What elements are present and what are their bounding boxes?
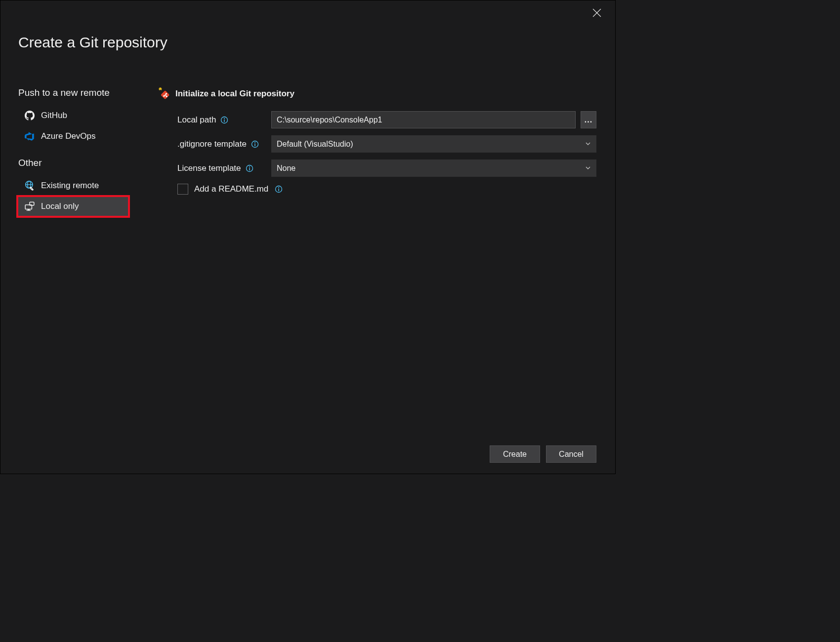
info-icon[interactable] [245, 164, 254, 173]
other-header: Other [18, 158, 137, 168]
sidebar-item-label: Existing remote [41, 181, 99, 191]
svg-rect-30 [279, 189, 279, 191]
chevron-down-icon [585, 164, 591, 173]
svg-point-29 [278, 187, 279, 188]
local-path-row: Local path ... [177, 111, 596, 128]
info-icon[interactable] [220, 116, 229, 124]
create-button[interactable]: Create [490, 445, 540, 463]
local-computer-icon [24, 201, 35, 212]
close-button[interactable] [592, 8, 604, 20]
svg-point-26 [249, 166, 250, 167]
license-value: None [277, 164, 295, 173]
main-header-title: Initialize a local Git repository [175, 89, 294, 99]
browse-button[interactable]: ... [581, 111, 596, 128]
sidebar: Push to a new remote GitHub Azure DevOps… [18, 87, 137, 217]
globe-link-icon [24, 180, 35, 191]
license-dropdown[interactable]: None [271, 160, 596, 177]
git-init-icon [158, 87, 170, 100]
svg-point-20 [224, 118, 225, 119]
local-path-input[interactable] [271, 111, 576, 128]
push-remote-header: Push to a new remote [18, 87, 137, 98]
svg-rect-24 [254, 144, 255, 146]
svg-rect-6 [28, 209, 30, 210]
gitignore-value: Default (VisualStudio) [277, 140, 353, 149]
sidebar-item-local-only[interactable]: Local only [17, 196, 129, 217]
azure-devops-icon [24, 131, 35, 142]
gitignore-row: .gitignore template Default (VisualStudi… [177, 135, 596, 153]
readme-row: Add a README.md [177, 184, 596, 195]
svg-point-23 [254, 142, 255, 143]
gitignore-dropdown[interactable]: Default (VisualStudio) [271, 135, 596, 153]
svg-rect-27 [249, 168, 250, 170]
main-panel: Initialize a local Git repository Local … [158, 87, 596, 195]
chevron-down-icon [585, 140, 591, 149]
license-label: License template [177, 163, 241, 173]
sidebar-item-label: GitHub [41, 111, 67, 120]
sidebar-item-github[interactable]: GitHub [17, 105, 129, 126]
license-row: License template None [177, 160, 596, 177]
svg-rect-7 [26, 210, 31, 211]
close-icon [592, 8, 601, 17]
info-icon[interactable] [274, 185, 283, 194]
sidebar-item-label: Local only [41, 201, 79, 211]
cancel-button[interactable]: Cancel [546, 445, 596, 463]
info-icon[interactable] [251, 140, 259, 149]
sidebar-item-existing-remote[interactable]: Existing remote [17, 175, 129, 196]
readme-checkbox[interactable] [177, 184, 188, 195]
dialog-title: Create a Git repository [18, 34, 168, 51]
gitignore-label: .gitignore template [177, 139, 247, 149]
sidebar-item-azure-devops[interactable]: Azure DevOps [17, 126, 129, 147]
svg-rect-21 [224, 120, 225, 122]
local-path-label: Local path [177, 115, 216, 125]
readme-label: Add a README.md [194, 184, 268, 194]
github-icon [24, 110, 35, 121]
dialog-footer: Create Cancel [490, 445, 596, 463]
sidebar-item-label: Azure DevOps [41, 131, 96, 141]
